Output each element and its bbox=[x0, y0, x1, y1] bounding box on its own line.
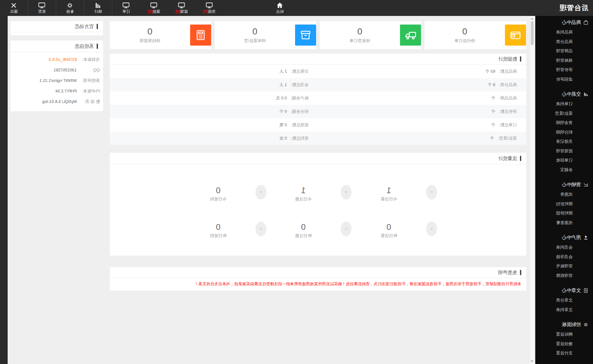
metric-value: 1 bbox=[367, 186, 411, 195]
sidebar-item-yuebao[interactable]: 余额宝 bbox=[535, 165, 593, 175]
nav-item-label: 退款[0] bbox=[140, 9, 168, 14]
card-content: 0 待审退款/货 bbox=[215, 26, 295, 44]
sidebar-item-recharge-record[interactable]: 充值记录 bbox=[535, 137, 593, 146]
list-item: PHP版本: PHP/7.2.34 bbox=[11, 86, 103, 96]
gear-icon bbox=[56, 1, 84, 9]
metric-yesterday-visitors: = 0昨日访客 bbox=[367, 222, 437, 239]
mirrored-admin-screen: 后台管理 站点 充值[0] 提现[0] bbox=[0, 0, 593, 364]
sidebar-item-admin-accounts[interactable]: 管理账号 bbox=[535, 261, 593, 271]
sidebar-header-settings[interactable]: 控制面板 bbox=[535, 319, 593, 330]
sys-value: WINNT nginx/1.21.1 bbox=[40, 78, 77, 83]
header-accent-bar bbox=[520, 270, 521, 275]
sidebar-item-review-manage[interactable]: 评价管理 bbox=[535, 65, 593, 75]
user-icon bbox=[583, 235, 589, 240]
nav-item-logout[interactable]: 退出 bbox=[0, 0, 28, 16]
card-pending-shipment[interactable]: 0 待发货订单 bbox=[320, 21, 421, 49]
sidebar-header-users[interactable]: 用户中心 bbox=[535, 232, 593, 243]
stat-value: 1 人 bbox=[279, 82, 287, 87]
table-row: 商品分类:8 个 会员总数:1 人 bbox=[110, 78, 526, 91]
stat-value: 0 笔 bbox=[279, 122, 287, 127]
stat-label: 商品总数: bbox=[499, 69, 517, 74]
card-pending-settlement[interactable]: 0 待结算提现 bbox=[110, 21, 211, 49]
sidebar-header-articles[interactable]: 文章中心 bbox=[535, 285, 593, 295]
stat-label: 会员总数: bbox=[291, 82, 308, 87]
content-scrollbar[interactable] bbox=[530, 16, 535, 364]
metric-label: 今日签到 bbox=[196, 196, 241, 202]
nav-item-label: 充值[0] bbox=[196, 9, 223, 14]
sidebar-item-wechat-settings[interactable]: 微信设置 bbox=[535, 339, 593, 349]
traffic-stats-panel: 流量统计 = 1今日访客 = 1今日注册 = 0今日签到 bbox=[110, 153, 526, 256]
sidebar-item-article-category[interactable]: 文章分类 bbox=[535, 295, 593, 305]
sidebar-item-member-level[interactable]: 会员等级 bbox=[535, 252, 593, 262]
sidebar-header-products[interactable]: 商品中心 bbox=[535, 17, 593, 27]
sidebar-item-site-settings[interactable]: 网站设置 bbox=[535, 330, 593, 339]
sidebar-item-brand-manage[interactable]: 品牌管理 bbox=[535, 46, 593, 56]
scrollbar-up-arrow-icon[interactable] bbox=[531, 18, 533, 19]
disclaimer-panel: 免责声明 本程序只供测试研究，不得使用于非法用途，不得违反国家法律，不得进行违法… bbox=[110, 267, 526, 291]
nav-item-label: 退出 bbox=[0, 9, 28, 14]
box-icon bbox=[295, 25, 316, 46]
sidebar-item-article-list[interactable]: 文章列表 bbox=[535, 305, 593, 315]
nav-item-orders[interactable]: 订单 bbox=[112, 0, 140, 16]
count-badge: [0] bbox=[203, 9, 208, 14]
card-label: 待结算提现 bbox=[110, 38, 190, 44]
metric-label: 昨日注册 bbox=[281, 233, 326, 239]
disclaimer-text: 本程序只供测试研究，不得使用于非法用途，不得违反国家法律，不得进行违法行为，否则… bbox=[110, 278, 526, 291]
nav-item-recharge[interactable]: 充值[0] bbox=[196, 0, 223, 16]
panel-header: 系统信息 bbox=[11, 40, 103, 52]
metric-today-visitors: = 1今日访客 bbox=[367, 185, 437, 202]
sidebar-item-spec-manage[interactable]: 规格管理 bbox=[535, 56, 593, 65]
bar-chart-icon bbox=[583, 91, 589, 97]
nav-item-statistics[interactable]: 统计 bbox=[84, 0, 112, 16]
metric-value: 0 bbox=[281, 222, 326, 232]
sidebar-item-goods-list[interactable]: 商品列表 bbox=[535, 27, 593, 37]
nav-item-withdraw[interactable]: 提现[0] bbox=[168, 0, 196, 16]
card-pending-refund-review[interactable]: 0 待审退款/货 bbox=[215, 21, 316, 49]
metric-today-checkins: = 0今日签到 bbox=[196, 185, 266, 202]
sidebar-item-refund-return[interactable]: 退款/退货 bbox=[535, 109, 593, 118]
sys-value: PHP/7.2.34 bbox=[56, 89, 77, 93]
sys-label: 数 据 库: bbox=[78, 96, 100, 107]
panel-header: 流量统计 bbox=[110, 153, 526, 164]
sidebar-header-marketing[interactable]: 营销中心 bbox=[535, 179, 593, 190]
navbar-menu: 站点 充值[0] 提现[0] 退款[0] bbox=[0, 0, 294, 16]
sidebar-item-flash-discount[interactable]: 限时折扣 bbox=[535, 199, 593, 209]
sidebar-section-articles: 文章中心 文章分类 文章列表 bbox=[535, 285, 593, 314]
sidebar-item-virtual-review[interactable]: 虚拟评价 bbox=[535, 75, 593, 84]
sidebar-section-title: 商品中心 bbox=[562, 19, 581, 25]
sidebar-item-points-detail[interactable]: 积分明细 bbox=[535, 127, 593, 137]
metric-label: 今日注册 bbox=[281, 196, 326, 202]
nav-item-backup[interactable]: 备份 bbox=[56, 0, 84, 16]
sidebar-item-member-list[interactable]: 会员列表 bbox=[535, 243, 593, 252]
sidebar-header-trade[interactable]: 交易中心 bbox=[535, 89, 593, 99]
sidebar-item-withdraw-manage[interactable]: 提现管理 bbox=[535, 146, 593, 156]
sidebar-item-coupons[interactable]: 优惠券 bbox=[535, 190, 593, 199]
card-value: 0 bbox=[320, 26, 400, 37]
sidebar-item-payment-settings[interactable]: 支付设置 bbox=[535, 348, 593, 358]
sidebar-section-title: 营销中心 bbox=[562, 182, 581, 188]
sidebar-item-admin-permissions[interactable]: 管理权限 bbox=[535, 271, 593, 280]
nav-item-refund[interactable]: 退款[0] bbox=[140, 0, 168, 16]
stat-label: 提现总数: bbox=[291, 122, 308, 127]
nav-item-homepage[interactable]: 首页 bbox=[28, 0, 56, 16]
sidebar-item-order-list[interactable]: 订单列表 bbox=[535, 99, 593, 109]
card-pending-payment[interactable]: 0 待付款订单 bbox=[425, 21, 526, 49]
document-icon bbox=[583, 288, 589, 293]
card-content: 0 待结算提现 bbox=[110, 26, 190, 44]
sidebar-item-fund-detail[interactable]: 资金明细 bbox=[535, 118, 593, 127]
sidebar-item-goods-category[interactable]: 商品分类 bbox=[535, 37, 593, 47]
panel-title: 官方动态 bbox=[75, 24, 94, 30]
home-icon bbox=[266, 1, 294, 9]
sidebar-item-group-buy[interactable]: 限时拼团 bbox=[535, 208, 593, 218]
card-label: 待审退款/货 bbox=[215, 38, 295, 44]
app-logo: 后台管理 bbox=[559, 0, 589, 16]
card-value: 0 bbox=[215, 26, 295, 37]
sidebar-item-order-recycle[interactable]: 订单回收 bbox=[535, 156, 593, 165]
official-news-panel: 官方动态 bbox=[11, 21, 103, 35]
scrollbar-down-arrow-icon[interactable] bbox=[531, 360, 533, 362]
sidebar-item-combo-deal[interactable]: 优惠套餐 bbox=[535, 218, 593, 228]
scrollbar-thumb[interactable] bbox=[531, 21, 534, 45]
nav-item-site[interactable]: 站点 bbox=[266, 0, 294, 16]
stat-value: 0 次 bbox=[279, 136, 287, 141]
equals-icon: = bbox=[426, 222, 437, 236]
